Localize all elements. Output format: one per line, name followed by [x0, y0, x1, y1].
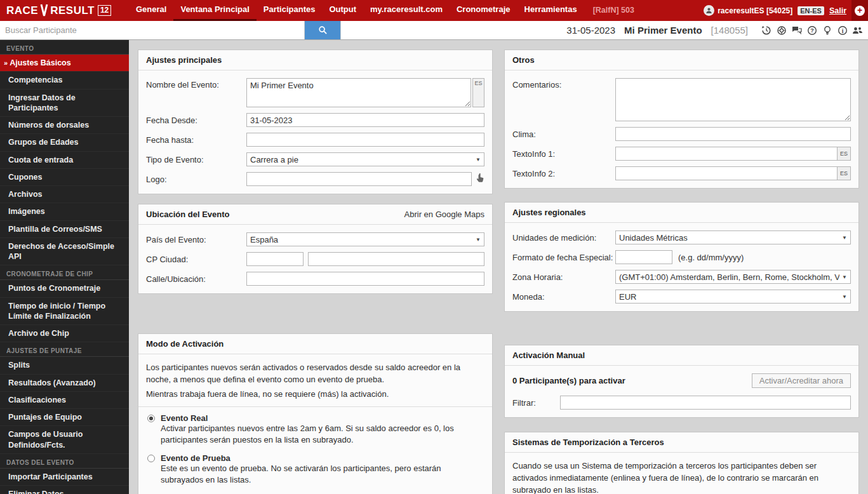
menu-item[interactable]: my.raceresult.com: [363, 0, 450, 21]
hand-pointer-icon[interactable]: [476, 173, 484, 185]
toolbar: 31-05-2023 Mi Primer Evento [148055] ? i: [0, 21, 868, 40]
zip-city-label: CP Ciudad:: [146, 255, 246, 264]
activate-now-button[interactable]: Activar/Acreditar ahora: [752, 373, 851, 388]
date-to-label: Fecha hasta:: [146, 135, 246, 145]
units-select[interactable]: Unidades Métricas ▼: [615, 230, 851, 244]
language-badge[interactable]: ES: [837, 167, 850, 180]
zip-field[interactable]: [246, 252, 304, 266]
event-type-select[interactable]: Carrera a pie ▼: [246, 152, 484, 166]
radio-test-event[interactable]: [147, 455, 155, 462]
panel-ajustes-regionales: Ajustes regionales Unidades de medición:…: [504, 202, 859, 312]
menu-item[interactable]: Output: [322, 0, 363, 21]
chevron-down-icon: ▼: [842, 274, 847, 280]
units-label: Unidades de medición:: [512, 233, 615, 243]
menu-item[interactable]: General: [129, 0, 173, 21]
logout-link[interactable]: Salir: [829, 6, 846, 15]
user-name: raceresultES [54025]: [718, 6, 792, 15]
sidebar-item[interactable]: Derechos de Acceso/Simple API: [0, 238, 129, 266]
idea-icon[interactable]: [822, 25, 832, 36]
sidebar-item[interactable]: Competencias: [0, 72, 129, 89]
sidebar-item[interactable]: Tiempo de inicio / Tiempo Límite de Fina…: [0, 298, 129, 326]
help-icon[interactable]: ?: [806, 25, 817, 36]
event-type-value: Carrera a pie: [250, 155, 473, 164]
history-icon[interactable]: [761, 25, 771, 36]
panel-title: Sistemas de Temporización a Terceros: [512, 437, 664, 447]
currency-value: EUR: [619, 292, 839, 302]
search-input[interactable]: [0, 21, 305, 39]
user-account-button[interactable]: raceresultES [54025]: [704, 5, 792, 16]
date-from-label: Fecha Desde:: [146, 116, 246, 125]
weather-field[interactable]: [615, 127, 851, 141]
event-name-label: Nombre del Evento:: [146, 78, 246, 90]
sidebar-item[interactable]: Imágenes: [0, 203, 129, 220]
search-button[interactable]: [305, 21, 341, 39]
timezone-label: Zona Horaria:: [512, 272, 615, 282]
menu-item[interactable]: Ventana Principal: [173, 0, 256, 21]
textinfo2-field[interactable]: [615, 166, 851, 180]
sidebar-item[interactable]: Puntajes de Equipo: [0, 409, 129, 426]
sidebar-item[interactable]: Clasificaciones: [0, 392, 129, 409]
chevron-down-icon: ▼: [476, 237, 481, 243]
sidebar-item[interactable]: Cupones: [0, 169, 129, 186]
logo-field[interactable]: [246, 172, 472, 186]
chat-icon[interactable]: [791, 25, 802, 36]
textinfo1-field[interactable]: [615, 147, 851, 161]
language-selector[interactable]: EN-ES: [798, 6, 824, 15]
date-to-field[interactable]: [246, 133, 484, 147]
panel-otros: Otros Comentarios: Clima: TextoInfo 1:: [504, 50, 859, 189]
google-maps-link[interactable]: Abrir en Google Maps: [404, 210, 484, 219]
panel-title: Ubicación del Evento: [146, 210, 229, 219]
info-icon[interactable]: i: [837, 25, 848, 36]
menu-item[interactable]: Herramientas: [517, 0, 584, 21]
menu-item[interactable]: Participantes: [257, 0, 323, 21]
timezone-value: (GMT+01:00) Amsterdam, Berlin, Bern, Rom…: [619, 272, 839, 282]
option-title: Evento Real: [161, 413, 483, 423]
content-area: EVENTO»Ajustes BásicosCompetenciasIngres…: [0, 40, 868, 494]
event-title-area: 31-05-2023 Mi Primer Evento [148055]: [566, 25, 748, 36]
real-event-option[interactable]: Evento Real Activar participantes nuevos…: [147, 413, 483, 446]
add-event-button[interactable]: +: [851, 0, 868, 21]
sidebar-item[interactable]: Números de dorsales: [0, 117, 129, 134]
country-select[interactable]: España ▼: [246, 232, 484, 246]
sidebar-item[interactable]: Archivo de Chip: [0, 325, 129, 342]
date-format-field[interactable]: [615, 250, 672, 264]
event-name-field[interactable]: Mi Primer Evento: [246, 78, 471, 107]
sidebar-item[interactable]: Cuota de entrada: [0, 152, 129, 169]
sidebar-item[interactable]: Resultados (Avanzado): [0, 375, 129, 392]
sidebar-item[interactable]: Plantilla de Correos/SMS: [0, 221, 129, 238]
sidebar-item[interactable]: Splits: [0, 357, 129, 374]
language-badge[interactable]: ES: [837, 147, 850, 160]
sidebar-item[interactable]: Ingresar Datos de Participantes: [0, 90, 129, 117]
sidebar-item[interactable]: Grupos de Edades: [0, 134, 129, 151]
sidebar-item[interactable]: »Ajustes Básicos: [0, 55, 129, 72]
user-icon: [704, 5, 714, 16]
community-icon[interactable]: [852, 25, 863, 36]
city-field[interactable]: [308, 252, 484, 266]
sidebar-item[interactable]: Importar Participantes: [0, 469, 129, 486]
filter-field[interactable]: [560, 396, 851, 410]
third-party-text: Cuando se usa un Sistema de temporizació…: [512, 460, 851, 494]
comments-field[interactable]: [615, 78, 851, 121]
panel-title: Modo de Activación: [146, 339, 224, 349]
sidebar-section-title: EVENTO: [0, 40, 129, 55]
panel-ajustes-principales: Ajustes principales Nombre del Evento: M…: [138, 50, 493, 194]
date-from-field[interactable]: [246, 113, 484, 127]
logo-text-result: RESULT: [50, 4, 95, 17]
raceresult-logo[interactable]: RACE RESULT 12: [0, 0, 129, 21]
support-icon[interactable]: [776, 25, 787, 36]
sidebar-item[interactable]: Archivos: [0, 186, 129, 203]
sidebar-item[interactable]: Campos de Usuario Definidos/Fcts.: [0, 426, 129, 454]
language-badge[interactable]: ES: [472, 78, 484, 107]
sidebar-item[interactable]: Eliminar Datos: [0, 486, 129, 494]
street-field[interactable]: [246, 272, 484, 286]
radio-real-event[interactable]: [147, 415, 155, 422]
timezone-select[interactable]: (GMT+01:00) Amsterdam, Berlin, Bern, Rom…: [615, 270, 851, 284]
test-event-option[interactable]: Evento de Prueba Este es un evento de pr…: [147, 453, 483, 486]
event-date: 31-05-2023: [566, 25, 615, 36]
menu-item[interactable]: Cronometraje: [450, 0, 517, 21]
logo-label: Logo:: [146, 175, 246, 184]
currency-select[interactable]: EUR ▼: [615, 290, 851, 304]
event-name[interactable]: Mi Primer Evento: [624, 25, 702, 36]
panel-modo-activacion: Modo de Activación Los participantes nue…: [138, 333, 493, 494]
sidebar-item[interactable]: Puntos de Cronometraje: [0, 280, 129, 297]
